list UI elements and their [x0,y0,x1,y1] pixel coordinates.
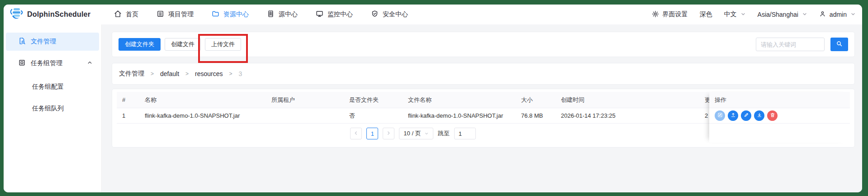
search-button[interactable] [830,38,848,51]
sidebar-item-task-group-option[interactable]: 任务组配置 [4,76,101,98]
col-header-index: # [117,96,139,103]
top-navbar: DolphinScheduler 首页 项目管理 资源中心 [4,5,862,24]
timezone-dropdown[interactable]: Asia/Shanghai [758,11,807,18]
delete-file-button[interactable] [767,110,778,121]
breadcrumb-item-resources[interactable]: resources [195,70,223,77]
breadcrumb-item-current: 3 [239,70,242,77]
reupload-file-button[interactable] [728,110,738,121]
pencil-icon [744,112,749,119]
cell-size: 76.8 MB [516,112,555,119]
nav-menu: 首页 项目管理 资源中心 源中心 [114,10,408,19]
col-header-name: 名称 [139,96,266,104]
page-size-select[interactable]: 10 / 页 [399,128,433,139]
shield-check-icon [371,10,379,19]
theme-toggle[interactable]: 深色 [700,10,712,19]
jump-to-label: 跳至 [438,129,450,138]
next-page-button[interactable] [383,128,394,139]
chevron-up-icon [87,60,93,67]
nav-item-home[interactable]: 首页 [114,10,138,19]
download-icon [757,112,762,119]
pagination: 1 10 / 页 [117,124,709,143]
content-area: 创建文件夹 创建文件 上传文件 [102,24,862,192]
sidebar: 文件管理 任务组管理 任务组配置 任务组队列 [4,24,102,192]
create-file-button[interactable]: 创建文件 [165,38,201,51]
home-icon [114,10,122,19]
nav-item-datasource[interactable]: 源中心 [267,10,298,19]
chevron-down-icon [740,11,746,18]
cell-file-name: flink-kafka-demo-1.0-SNAPSHOT.jar [403,112,516,119]
language-dropdown[interactable]: 中文 [724,10,746,19]
edit-square-icon [717,112,723,119]
breadcrumb-separator: > [229,71,232,77]
chevron-down-icon [802,11,807,18]
create-folder-button[interactable]: 创建文件夹 [119,38,161,51]
prev-page-button[interactable] [350,128,362,139]
app-window: DolphinScheduler 首页 项目管理 资源中心 [4,5,862,192]
dolphinscheduler-logo-icon [10,7,24,22]
nav-item-security[interactable]: 安全中心 [371,10,408,19]
cell-index: 1 [117,112,139,119]
col-header-file-name: 文件名称 [403,96,516,104]
col-header-update-time-clipped: 更 [705,96,709,104]
gear-icon [652,10,659,19]
upload-file-button[interactable]: 上传文件 [205,38,241,51]
user-icon [819,10,826,19]
sidebar-item-task-group-queue[interactable]: 任务组队列 [4,98,101,120]
trash-icon [770,112,775,119]
breadcrumb-separator: > [151,71,154,77]
chevron-left-icon [353,129,359,138]
edit-file-button[interactable] [715,110,725,121]
operation-header: 操作 [709,92,850,108]
col-header-create-time: 创建时间 [555,96,705,104]
breadcrumb-separator: > [185,71,189,77]
col-header-size: 大小 [516,96,555,104]
chevron-right-icon [386,129,391,138]
file-table-card: # 名称 所属租户 是否文件夹 文件名称 大小 创建时间 更 1 flink-k… [112,89,855,148]
datasource-icon [267,10,275,19]
rename-file-button[interactable] [741,110,751,121]
breadcrumb-item-default[interactable]: default [160,70,179,77]
breadcrumb: 文件管理 > default > resources > 3 [112,63,855,85]
cell-create-time: 2026-01-14 17:23:25 [555,112,705,119]
chevron-down-icon [424,130,429,137]
cell-is-folder: 否 [344,112,403,120]
chevron-down-icon [850,11,856,18]
file-table: # 名称 所属租户 是否文件夹 文件名称 大小 创建时间 更 1 flink-k… [117,92,850,143]
monitor-icon [316,10,323,19]
upload-icon [730,112,736,119]
cell-update-time-clipped: 2 [705,112,709,119]
table-row[interactable]: 1 flink-kafka-demo-1.0-SNAPSHOT.jar 否 fl… [117,108,709,124]
col-header-tenant: 所属租户 [266,96,344,104]
user-dropdown[interactable]: admin [819,10,856,19]
task-group-icon [18,59,26,68]
nav-item-resources[interactable]: 资源中心 [212,10,249,19]
nav-item-monitor[interactable]: 监控中心 [316,10,353,19]
breadcrumb-item-root[interactable]: 文件管理 [119,70,144,78]
col-header-is-folder: 是否文件夹 [344,96,403,104]
toolbar-card: 创建文件夹 创建文件 上传文件 [112,32,855,57]
search-input[interactable] [756,38,825,51]
page-number-button[interactable]: 1 [366,128,378,139]
file-search-icon [18,37,26,46]
brand-name: DolphinScheduler [27,10,90,19]
project-icon [157,10,164,19]
nav-item-project[interactable]: 项目管理 [157,10,194,19]
sidebar-item-file-manage[interactable]: 文件管理 [6,33,99,51]
operation-cell [709,108,850,124]
jump-to-input[interactable] [454,128,476,139]
ui-settings-button[interactable]: 界面设置 [652,10,688,19]
brand[interactable]: DolphinScheduler [10,7,90,22]
sidebar-item-task-group-manage[interactable]: 任务组管理 [6,54,99,72]
nav-right: 界面设置 深色 中文 Asia/Shanghai [652,10,856,19]
search-icon [836,40,843,48]
folder-icon [212,10,219,19]
table-header-row: # 名称 所属租户 是否文件夹 文件名称 大小 创建时间 更 [117,92,709,108]
download-file-button[interactable] [754,110,764,121]
cell-name: flink-kafka-demo-1.0-SNAPSHOT.jar [139,112,266,119]
